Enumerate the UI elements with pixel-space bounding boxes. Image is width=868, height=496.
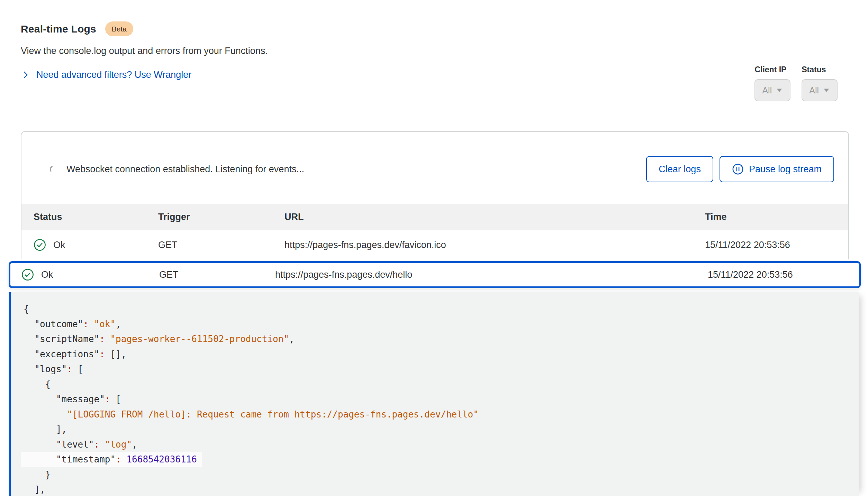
websocket-status-message: Websocket connection established. Listen… [66,164,646,175]
status-filter-value: All [809,85,819,95]
log-table-header: Status Trigger URL Time [21,204,848,230]
time-cell: 15/11/2022 20:53:56 [708,269,859,280]
clear-logs-button[interactable]: Clear logs [646,156,713,182]
column-header-time: Time [705,212,848,222]
pause-icon [732,163,744,175]
log-filters: Client IP All Status All [754,65,838,101]
status-text: Ok [41,269,53,280]
status-filter-label: Status [802,65,838,74]
code-line: "scriptName": "pages-worker--611502-prod… [24,332,849,347]
time-cell: 15/11/2022 20:53:56 [705,240,848,250]
pause-log-stream-label: Pause log stream [749,164,822,175]
table-row[interactable]: OkGEThttps://pages-fns.pages.dev/favicon… [21,230,848,259]
code-line: "message": [ [24,392,849,407]
client-ip-filter-select[interactable]: All [754,79,790,101]
code-line: } [24,467,849,483]
code-line: "timestamp": 1668542036116 [24,452,849,467]
column-header-status: Status [34,212,158,222]
code-line: ], [24,422,849,437]
code-line: { [24,302,849,317]
status-ok-icon [34,239,46,251]
chevron-right-icon [21,70,30,80]
code-line: "outcome": "ok", [24,317,849,332]
code-line: "[LOGGING FROM /hello]: Request came fro… [24,407,849,422]
websocket-status-row: Websocket connection established. Listen… [21,132,848,204]
code-line: { [24,377,849,392]
realtime-logs-page: Real-time Logs Beta View the console.log… [0,0,868,496]
log-detail-json-panel: { "outcome": "ok", "scriptName": "pages-… [9,292,859,496]
log-stream-panel: Websocket connection established. Listen… [21,131,849,259]
status-text: Ok [53,240,65,250]
code-line: "exceptions": [], [24,347,849,362]
code-line: ], [24,482,849,496]
code-line: "logs": [ [24,362,849,377]
code-line: "level": "log", [24,437,849,452]
page-header: Real-time Logs Beta View the console.log… [0,0,868,80]
caret-down-icon [776,88,783,93]
spinner-icon [48,164,59,174]
client-ip-filter-label: Client IP [754,65,790,74]
status-ok-icon [21,268,34,281]
status-cell: Ok [21,268,159,281]
expanded-log-entry: Ok GET https://pages-fns.pages.dev/hello… [9,261,861,496]
column-header-trigger: Trigger [158,212,284,222]
status-filter-select[interactable]: All [802,79,838,101]
status-cell: Ok [34,239,158,251]
page-title: Real-time Logs [21,23,96,35]
page-subtitle: View the console.log output and errors f… [21,46,868,56]
column-header-url: URL [284,212,705,222]
wrangler-link[interactable]: Need advanced filters? Use Wrangler [36,70,191,80]
client-ip-filter-value: All [762,85,772,95]
url-cell: https://pages-fns.pages.dev/hello [275,269,708,280]
trigger-cell: GET [158,240,284,250]
pause-log-stream-button[interactable]: Pause log stream [720,156,834,182]
caret-down-icon [823,88,830,93]
selected-log-row[interactable]: Ok GET https://pages-fns.pages.dev/hello… [9,261,861,288]
beta-badge: Beta [105,21,133,36]
wrangler-link-row[interactable]: Need advanced filters? Use Wrangler [21,70,868,80]
url-cell: https://pages-fns.pages.dev/favicon.ico [284,240,705,250]
trigger-cell: GET [159,269,275,280]
log-table-body: OkGEThttps://pages-fns.pages.dev/favicon… [21,230,848,259]
log-detail-json: { "outcome": "ok", "scriptName": "pages-… [24,302,849,496]
clear-logs-label: Clear logs [659,164,701,175]
